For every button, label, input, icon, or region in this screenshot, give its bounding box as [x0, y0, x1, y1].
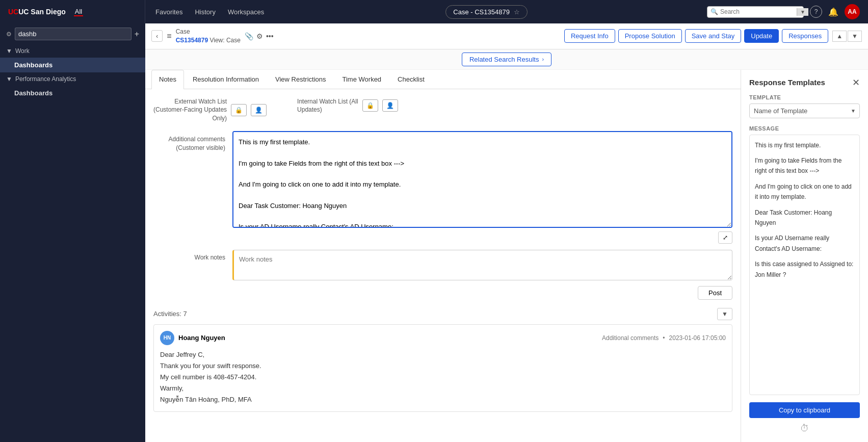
internal-watch-label: Internal Watch List (All Updates) — [297, 97, 358, 115]
internal-watch-list: Internal Watch List (All Updates) 🔒 👤 — [297, 97, 398, 115]
panel-close-button[interactable]: ✕ — [852, 78, 860, 87]
panel-header: Response Templates ✕ — [749, 78, 860, 87]
search-input[interactable] — [720, 8, 797, 15]
sidebar-filter-icon: ⚙ — [6, 31, 12, 38]
work-notes-row: Work notes — [153, 250, 732, 282]
post-button[interactable]: Post — [698, 286, 732, 300]
attachment-icon[interactable]: 📎 — [245, 32, 253, 40]
template-select[interactable]: Name of Template — [749, 103, 860, 118]
panel-footer-icon: ⏱ — [749, 423, 860, 434]
external-watch-list: External Watch List (Customer-Facing Upd… — [153, 97, 267, 123]
copy-to-clipboard-button[interactable]: Copy to clipboard — [749, 402, 860, 418]
sidebar-section-work-header[interactable]: ▼ Work — [0, 44, 145, 58]
activities-filter-button[interactable]: ▼ — [717, 308, 732, 320]
tab-time-worked[interactable]: Time Worked — [335, 70, 389, 89]
sidebar-item-dashboards-work[interactable]: Dashboards — [0, 58, 145, 72]
content-wrapper: Notes Resolution Information View Restri… — [145, 70, 868, 442]
case-title: Case CS1354879 View: Case — [176, 28, 241, 45]
message-line-4: Dear Task Customer: Hoang Nguyen — [755, 207, 854, 228]
external-watch-label: External Watch List (Customer-Facing Upd… — [153, 97, 227, 123]
message-line-6: Is this case assigned to Assigned to: Jo… — [755, 259, 854, 280]
activities-section: Activities: 7 ▼ HN Hoang Nguyen Addition… — [153, 308, 732, 412]
response-templates-panel: Response Templates ✕ TEMPLATE Name of Te… — [741, 70, 868, 442]
sidebar-item-dashboards-analytics[interactable]: Dashboards — [0, 86, 145, 100]
template-section-label: TEMPLATE — [749, 94, 860, 100]
case-header: ‹ ≡ Case CS1354879 View: Case 📎 ⚙ ••• — [145, 23, 868, 49]
nav-arrows: ▲ ▼ — [832, 31, 862, 42]
textarea-actions: ⤢ — [232, 231, 732, 244]
additional-comments-textarea[interactable]: This is my first template. I'm going to … — [232, 131, 732, 228]
settings-icon[interactable]: ⚙ — [256, 32, 263, 40]
nav-favorites[interactable]: Favorites — [155, 1, 182, 23]
sidebar-search-input[interactable] — [15, 28, 131, 40]
additional-comments-label: Additional comments (Customer visible) — [153, 131, 232, 152]
activity-content: Dear Jeffrey C, Thank you for your swift… — [160, 349, 726, 405]
tab-content: External Watch List (Customer-Facing Upd… — [145, 89, 741, 442]
user-avatar[interactable]: AA — [845, 4, 860, 19]
sidebar-section-work: ▼ Work Dashboards — [0, 44, 145, 72]
request-info-button[interactable]: Request Info — [564, 29, 615, 43]
related-search-button[interactable]: Related Search Results › — [462, 53, 551, 66]
activity-card-header: HN Hoang Nguyen Additional comments • 20… — [160, 331, 726, 345]
internal-watch-lock-icon[interactable]: 🔒 — [362, 99, 378, 112]
notifications-button[interactable]: 🔔 — [828, 7, 838, 17]
propose-solution-button[interactable]: Propose Solution — [618, 29, 682, 43]
nav-links: Favorites History Workspaces — [145, 0, 274, 23]
save-and-stay-button[interactable]: Save and Stay — [685, 29, 742, 43]
activity-date: 2023-01-06 17:05:00 — [669, 334, 726, 342]
view-case-text: View: Case — [209, 37, 240, 44]
external-watch-add-icon[interactable]: 👤 — [251, 104, 267, 116]
external-watch-lock-icon[interactable]: 🔒 — [231, 104, 247, 116]
template-select-wrapper: Name of Template ▼ — [749, 103, 860, 118]
message-line-3: And I'm going to click on one to add it … — [755, 181, 854, 202]
nav-center: Case - CS1354879 ☆ — [274, 0, 699, 23]
tab-checklist[interactable]: Checklist — [390, 70, 432, 89]
message-line-5: Is your AD Username really Contact's AD … — [755, 233, 854, 254]
internal-watch-add-icon[interactable]: 👤 — [382, 99, 398, 112]
logo-area: UCUC San Diego All — [0, 0, 145, 23]
nav-all[interactable]: All — [74, 8, 83, 16]
sidebar-add-button[interactable]: + — [135, 30, 139, 39]
tabs-section: Notes Resolution Information View Restri… — [145, 70, 741, 442]
work-notes-wrapper — [232, 250, 732, 282]
search-icon: 🔍 — [711, 8, 718, 15]
tab-view-restrictions[interactable]: View Restrictions — [268, 70, 333, 89]
chevron-down-icon: ▼ — [6, 47, 12, 55]
nav-workspaces[interactable]: Workspaces — [228, 1, 264, 23]
message-line-2: I'm going to take Fields from the right … — [755, 155, 854, 176]
post-btn-row: Post — [153, 286, 732, 300]
work-notes-textarea[interactable] — [232, 250, 732, 280]
nav-up-button[interactable]: ▲ — [832, 31, 847, 42]
case-badge: Case - CS1354879 — [453, 8, 510, 16]
case-header-icons: 📎 ⚙ ••• — [245, 32, 274, 40]
sidebar-section-analytics-header[interactable]: ▼ Performance Analytics — [0, 72, 145, 86]
activity-card: HN Hoang Nguyen Additional comments • 20… — [153, 324, 732, 412]
nav-history[interactable]: History — [195, 1, 215, 23]
watch-list-row: External Watch List (Customer-Facing Upd… — [153, 97, 732, 123]
additional-comments-row: Additional comments (Customer visible) T… — [153, 131, 732, 244]
tabs-bar: Notes Resolution Information View Restri… — [145, 70, 741, 89]
back-button[interactable]: ‹ — [151, 30, 163, 42]
panel-title: Response Templates — [749, 78, 825, 87]
search-dropdown-button[interactable]: ▼ — [797, 8, 808, 16]
sidebar: ⚙ + ▼ Work Dashboards ▼ Performance Anal… — [0, 23, 145, 442]
main-content: ‹ ≡ Case CS1354879 View: Case 📎 ⚙ ••• — [145, 23, 868, 442]
related-search-banner: Related Search Results › — [145, 49, 868, 70]
additional-comments-wrapper: This is my first template. I'm going to … — [232, 131, 732, 244]
case-action-buttons: Request Info Propose Solution Save and S… — [564, 29, 828, 43]
work-notes-label: Work notes — [153, 250, 232, 261]
activity-type: Additional comments — [602, 334, 659, 342]
update-button[interactable]: Update — [744, 29, 779, 43]
activities-header: Activities: 7 ▼ — [153, 308, 732, 320]
more-options-icon[interactable]: ••• — [266, 32, 274, 40]
hamburger-icon[interactable]: ≡ — [167, 32, 171, 41]
activity-meta: Additional comments • 2023-01-06 17:05:0… — [602, 334, 726, 342]
tab-resolution-information[interactable]: Resolution Information — [185, 70, 267, 89]
nav-down-button[interactable]: ▼ — [848, 31, 862, 42]
textarea-expand-icon[interactable]: ⤢ — [718, 231, 732, 244]
responses-button[interactable]: Responses — [782, 29, 828, 43]
tab-notes[interactable]: Notes — [151, 70, 184, 89]
uc-logo: UCUC San Diego — [8, 8, 66, 16]
star-icon[interactable]: ☆ — [514, 8, 520, 16]
help-button[interactable]: ? — [810, 6, 822, 18]
